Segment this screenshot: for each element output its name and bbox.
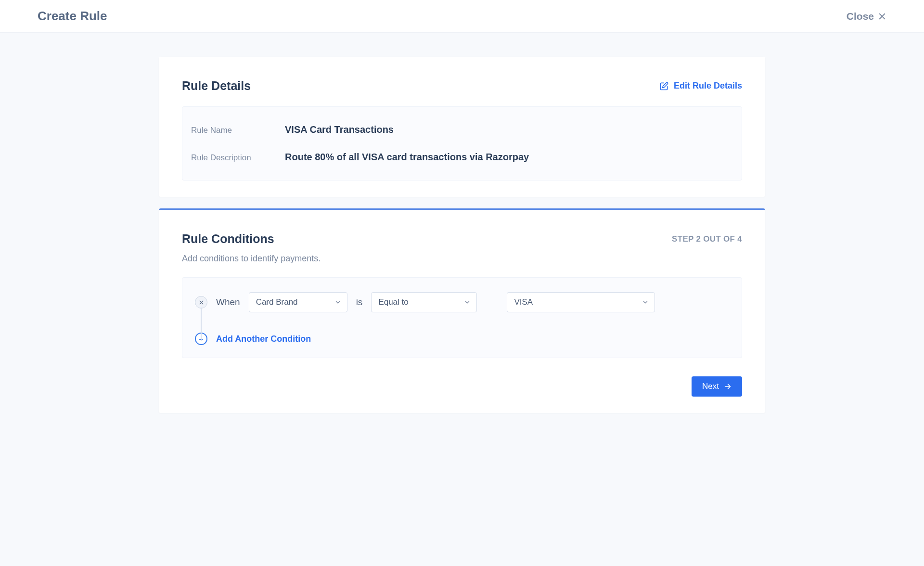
rule-conditions-subhead: Add conditions to identify payments. xyxy=(182,254,742,264)
is-label: is xyxy=(356,297,363,308)
step-indicator: STEP 2 OUT OF 4 xyxy=(672,234,742,244)
chevron-down-icon xyxy=(464,299,471,306)
rule-conditions-title: Rule Conditions xyxy=(182,232,274,246)
rule-description-label: Rule Description xyxy=(191,153,285,163)
rule-name-label: Rule Name xyxy=(191,126,285,135)
page-title: Create Rule xyxy=(38,9,107,24)
next-button[interactable]: Next xyxy=(692,376,742,397)
rule-description-row: Rule Description Route 80% of all VISA c… xyxy=(191,149,733,166)
arrow-right-icon xyxy=(724,383,732,390)
rule-name-value: VISA Card Transactions xyxy=(285,124,394,135)
next-label: Next xyxy=(702,382,719,391)
condition-operator-select[interactable]: Equal to xyxy=(371,292,477,312)
condition-connector xyxy=(201,308,202,341)
when-label: When xyxy=(216,297,240,308)
rule-conditions-card: Rule Conditions STEP 2 OUT OF 4 Add cond… xyxy=(159,208,765,413)
condition-value-value: VISA xyxy=(514,297,533,307)
remove-condition-button[interactable] xyxy=(195,296,207,309)
close-label: Close xyxy=(847,11,874,22)
condition-value-select[interactable]: VISA xyxy=(507,292,655,312)
edit-rule-details-button[interactable]: Edit Rule Details xyxy=(659,81,742,91)
rule-details-card: Rule Details Edit Rule Details Rule Name… xyxy=(159,57,765,197)
condition-operator-value: Equal to xyxy=(378,297,408,307)
chevron-down-icon xyxy=(642,299,649,306)
close-button[interactable]: Close xyxy=(847,11,886,22)
conditions-box: When Card Brand is Equal to VISA xyxy=(182,277,742,358)
rule-name-row: Rule Name VISA Card Transactions xyxy=(191,121,733,138)
chevron-down-icon xyxy=(334,299,341,306)
rule-details-title: Rule Details xyxy=(182,79,251,93)
rule-details-box: Rule Name VISA Card Transactions Rule De… xyxy=(182,106,742,180)
edit-icon xyxy=(659,81,669,91)
add-condition-label[interactable]: Add Another Condition xyxy=(216,334,311,344)
condition-row: When Card Brand is Equal to VISA xyxy=(195,292,729,312)
condition-field-select[interactable]: Card Brand xyxy=(249,292,347,312)
close-icon xyxy=(878,12,886,21)
remove-icon xyxy=(199,300,204,305)
add-condition-row: + Add Another Condition xyxy=(195,333,729,345)
edit-rule-details-label: Edit Rule Details xyxy=(674,81,742,91)
condition-field-value: Card Brand xyxy=(256,297,298,307)
header-bar: Create Rule Close xyxy=(0,0,924,33)
rule-description-value: Route 80% of all VISA card transactions … xyxy=(285,152,529,163)
